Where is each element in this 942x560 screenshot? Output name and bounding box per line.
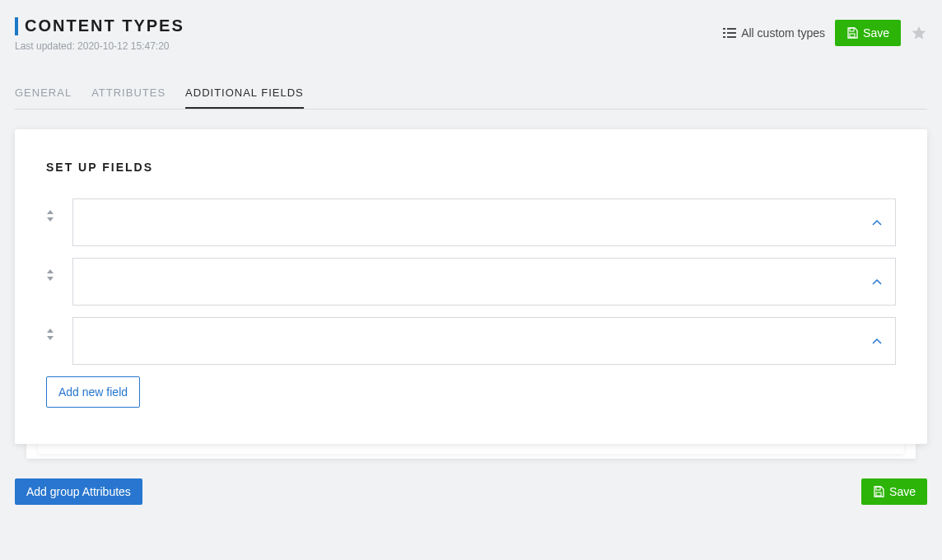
save-icon (846, 27, 858, 39)
tab-bar: General Attributes Additional fields (15, 86, 927, 110)
save-button-top-label: Save (863, 26, 889, 40)
drag-handle-icon[interactable] (46, 258, 72, 306)
tab-attributes[interactable]: Attributes (91, 86, 166, 109)
svg-rect-9 (876, 492, 881, 496)
field-row (46, 258, 896, 306)
svg-rect-4 (723, 36, 725, 38)
svg-rect-1 (727, 28, 736, 30)
field-box (72, 198, 896, 246)
last-updated: Last updated: 2020-10-12 15:47:20 (15, 40, 184, 52)
add-new-field-label: Add new field (58, 385, 128, 399)
fields-panel: Set up fields (15, 129, 927, 444)
list-icon (723, 27, 736, 39)
drag-handle-icon[interactable] (46, 317, 72, 365)
field-row (46, 198, 896, 246)
add-new-field-button[interactable]: Add new field (46, 376, 140, 408)
save-icon (873, 486, 884, 497)
svg-rect-3 (727, 32, 736, 34)
chevron-up-icon[interactable] (872, 338, 882, 344)
panel-heading: Set up fields (46, 161, 896, 174)
field-row (46, 317, 896, 365)
page-title: Content types (25, 16, 184, 35)
drag-handle-icon[interactable] (46, 198, 72, 246)
footer: Add group Attributes Save (15, 478, 927, 520)
svg-rect-5 (727, 36, 736, 38)
title-accent-bar (15, 17, 18, 35)
add-group-attributes-label: Add group Attributes (26, 485, 131, 498)
tab-general[interactable]: General (15, 86, 72, 109)
favorite-star-icon[interactable] (911, 25, 927, 41)
chevron-up-icon[interactable] (872, 219, 882, 226)
field-box (72, 258, 896, 306)
page-header: Content types Last updated: 2020-10-12 1… (15, 16, 927, 52)
tab-additional-fields[interactable]: Additional fields (185, 86, 304, 109)
save-button-top[interactable]: Save (835, 20, 901, 46)
all-custom-types-label: All custom types (741, 26, 825, 40)
field-box (72, 317, 896, 365)
all-custom-types-link[interactable]: All custom types (723, 26, 825, 40)
svg-rect-7 (850, 34, 855, 37)
svg-rect-2 (723, 32, 725, 34)
chevron-up-icon[interactable] (872, 278, 882, 285)
svg-rect-0 (723, 28, 725, 30)
save-button-bottom[interactable]: Save (861, 478, 927, 505)
add-group-attributes-button[interactable]: Add group Attributes (15, 478, 142, 505)
save-button-bottom-label: Save (889, 485, 916, 498)
